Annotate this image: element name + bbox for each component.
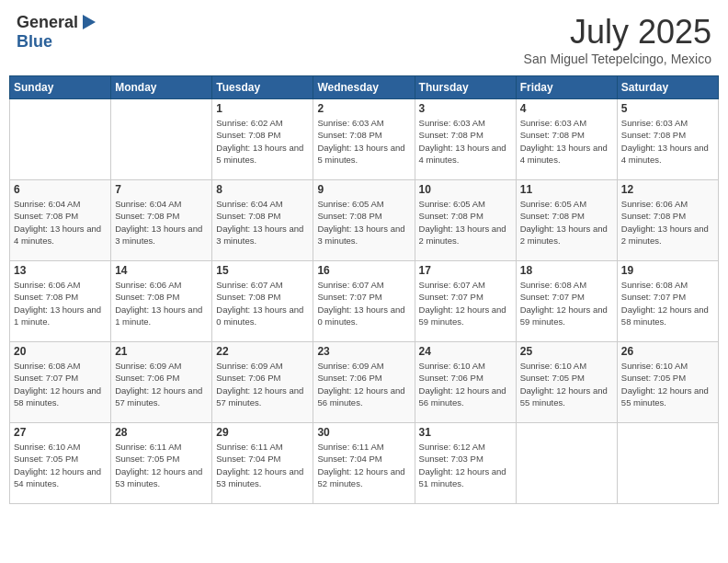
day-number: 23 <box>317 345 410 358</box>
calendar-cell: 23Sunrise: 6:09 AM Sunset: 7:06 PM Dayli… <box>313 342 415 423</box>
month-title: July 2025 <box>524 13 711 52</box>
calendar-cell: 1Sunrise: 6:02 AM Sunset: 7:08 PM Daylig… <box>212 99 313 180</box>
day-info: Sunrise: 6:09 AM Sunset: 7:06 PM Dayligh… <box>216 360 309 408</box>
calendar-cell: 15Sunrise: 6:07 AM Sunset: 7:08 PM Dayli… <box>212 261 313 342</box>
day-info: Sunrise: 6:04 AM Sunset: 7:08 PM Dayligh… <box>115 198 208 247</box>
calendar-cell: 9Sunrise: 6:05 AM Sunset: 7:08 PM Daylig… <box>313 180 415 261</box>
day-number: 12 <box>621 183 714 196</box>
day-info: Sunrise: 6:02 AM Sunset: 7:08 PM Dayligh… <box>216 117 309 166</box>
calendar-cell: 30Sunrise: 6:11 AM Sunset: 7:04 PM Dayli… <box>313 423 415 504</box>
day-of-week-header: Monday <box>111 76 212 99</box>
day-info: Sunrise: 6:03 AM Sunset: 7:08 PM Dayligh… <box>520 117 613 166</box>
day-info: Sunrise: 6:06 AM Sunset: 7:08 PM Dayligh… <box>115 279 208 327</box>
day-number: 9 <box>317 183 410 196</box>
calendar-cell: 27Sunrise: 6:10 AM Sunset: 7:05 PM Dayli… <box>10 423 111 504</box>
day-info: Sunrise: 6:04 AM Sunset: 7:08 PM Dayligh… <box>14 198 107 247</box>
day-number: 16 <box>317 264 410 277</box>
calendar-week-row: 1Sunrise: 6:02 AM Sunset: 7:08 PM Daylig… <box>10 99 719 180</box>
day-number: 1 <box>216 102 309 115</box>
day-info: Sunrise: 6:07 AM Sunset: 7:07 PM Dayligh… <box>419 279 512 327</box>
day-number: 31 <box>419 426 512 439</box>
day-number: 14 <box>115 264 208 277</box>
calendar-cell <box>617 423 718 504</box>
day-number: 19 <box>621 264 714 277</box>
day-info: Sunrise: 6:10 AM Sunset: 7:06 PM Dayligh… <box>419 360 512 408</box>
day-of-week-header: Saturday <box>617 76 718 99</box>
day-info: Sunrise: 6:08 AM Sunset: 7:07 PM Dayligh… <box>14 360 107 408</box>
day-number: 8 <box>216 183 309 196</box>
day-number: 3 <box>419 102 512 115</box>
day-number: 26 <box>621 345 714 358</box>
day-number: 18 <box>520 264 613 277</box>
calendar-cell <box>516 423 617 504</box>
calendar-cell: 12Sunrise: 6:06 AM Sunset: 7:08 PM Dayli… <box>617 180 718 261</box>
day-info: Sunrise: 6:03 AM Sunset: 7:08 PM Dayligh… <box>419 117 512 166</box>
calendar-cell: 24Sunrise: 6:10 AM Sunset: 7:06 PM Dayli… <box>415 342 516 423</box>
day-of-week-header: Friday <box>516 76 617 99</box>
calendar-cell: 3Sunrise: 6:03 AM Sunset: 7:08 PM Daylig… <box>415 99 516 180</box>
calendar-cell: 17Sunrise: 6:07 AM Sunset: 7:07 PM Dayli… <box>415 261 516 342</box>
day-info: Sunrise: 6:07 AM Sunset: 7:08 PM Dayligh… <box>216 279 309 327</box>
day-info: Sunrise: 6:12 AM Sunset: 7:03 PM Dayligh… <box>419 441 512 489</box>
logo-icon <box>79 13 97 31</box>
day-info: Sunrise: 6:05 AM Sunset: 7:08 PM Dayligh… <box>419 198 512 247</box>
calendar-cell: 6Sunrise: 6:04 AM Sunset: 7:08 PM Daylig… <box>10 180 111 261</box>
day-number: 24 <box>419 345 512 358</box>
day-number: 10 <box>419 183 512 196</box>
calendar-cell: 2Sunrise: 6:03 AM Sunset: 7:08 PM Daylig… <box>313 99 415 180</box>
calendar-cell: 11Sunrise: 6:05 AM Sunset: 7:08 PM Dayli… <box>516 180 617 261</box>
calendar-cell: 16Sunrise: 6:07 AM Sunset: 7:07 PM Dayli… <box>313 261 415 342</box>
day-number: 20 <box>14 345 107 358</box>
day-info: Sunrise: 6:08 AM Sunset: 7:07 PM Dayligh… <box>621 279 714 327</box>
day-number: 27 <box>14 426 107 439</box>
day-of-week-header: Wednesday <box>313 76 415 99</box>
day-number: 2 <box>317 102 410 115</box>
calendar-cell: 21Sunrise: 6:09 AM Sunset: 7:06 PM Dayli… <box>111 342 212 423</box>
day-of-week-header: Tuesday <box>212 76 313 99</box>
day-number: 21 <box>115 345 208 358</box>
day-info: Sunrise: 6:11 AM Sunset: 7:05 PM Dayligh… <box>115 441 208 489</box>
day-info: Sunrise: 6:08 AM Sunset: 7:07 PM Dayligh… <box>520 279 613 327</box>
day-info: Sunrise: 6:09 AM Sunset: 7:06 PM Dayligh… <box>115 360 208 408</box>
calendar-week-row: 20Sunrise: 6:08 AM Sunset: 7:07 PM Dayli… <box>10 342 719 423</box>
calendar-cell: 26Sunrise: 6:10 AM Sunset: 7:05 PM Dayli… <box>617 342 718 423</box>
location-title: San Miguel Tetepelcingo, Mexico <box>524 52 711 66</box>
day-number: 25 <box>520 345 613 358</box>
day-number: 17 <box>419 264 512 277</box>
calendar-cell: 8Sunrise: 6:04 AM Sunset: 7:08 PM Daylig… <box>212 180 313 261</box>
day-number: 22 <box>216 345 309 358</box>
calendar-cell: 5Sunrise: 6:03 AM Sunset: 7:08 PM Daylig… <box>617 99 718 180</box>
calendar-cell: 31Sunrise: 6:12 AM Sunset: 7:03 PM Dayli… <box>415 423 516 504</box>
calendar-cell: 25Sunrise: 6:10 AM Sunset: 7:05 PM Dayli… <box>516 342 617 423</box>
logo-general-text: General <box>17 13 78 32</box>
day-info: Sunrise: 6:10 AM Sunset: 7:05 PM Dayligh… <box>14 441 107 489</box>
calendar-table: SundayMondayTuesdayWednesdayThursdayFrid… <box>9 75 719 504</box>
day-of-week-header: Thursday <box>415 76 516 99</box>
day-info: Sunrise: 6:06 AM Sunset: 7:08 PM Dayligh… <box>14 279 107 327</box>
calendar-cell: 18Sunrise: 6:08 AM Sunset: 7:07 PM Dayli… <box>516 261 617 342</box>
logo-blue-text: Blue <box>17 32 52 52</box>
day-number: 15 <box>216 264 309 277</box>
calendar-cell: 10Sunrise: 6:05 AM Sunset: 7:08 PM Dayli… <box>415 180 516 261</box>
day-number: 30 <box>317 426 410 439</box>
calendar-week-row: 6Sunrise: 6:04 AM Sunset: 7:08 PM Daylig… <box>10 180 719 261</box>
calendar-cell: 20Sunrise: 6:08 AM Sunset: 7:07 PM Dayli… <box>10 342 111 423</box>
calendar-cell: 22Sunrise: 6:09 AM Sunset: 7:06 PM Dayli… <box>212 342 313 423</box>
calendar-cell: 7Sunrise: 6:04 AM Sunset: 7:08 PM Daylig… <box>111 180 212 261</box>
calendar-cell: 4Sunrise: 6:03 AM Sunset: 7:08 PM Daylig… <box>516 99 617 180</box>
calendar-week-row: 13Sunrise: 6:06 AM Sunset: 7:08 PM Dayli… <box>10 261 719 342</box>
day-info: Sunrise: 6:11 AM Sunset: 7:04 PM Dayligh… <box>216 441 309 489</box>
calendar-cell: 13Sunrise: 6:06 AM Sunset: 7:08 PM Dayli… <box>10 261 111 342</box>
day-of-week-header: Sunday <box>10 76 111 99</box>
day-number: 4 <box>520 102 613 115</box>
day-number: 11 <box>520 183 613 196</box>
calendar-week-row: 27Sunrise: 6:10 AM Sunset: 7:05 PM Dayli… <box>10 423 719 504</box>
calendar-cell: 14Sunrise: 6:06 AM Sunset: 7:08 PM Dayli… <box>111 261 212 342</box>
day-info: Sunrise: 6:10 AM Sunset: 7:05 PM Dayligh… <box>520 360 613 408</box>
svg-marker-0 <box>83 15 96 29</box>
calendar-cell <box>111 99 212 180</box>
day-info: Sunrise: 6:03 AM Sunset: 7:08 PM Dayligh… <box>317 117 410 166</box>
day-number: 29 <box>216 426 309 439</box>
calendar-cell: 29Sunrise: 6:11 AM Sunset: 7:04 PM Dayli… <box>212 423 313 504</box>
day-info: Sunrise: 6:10 AM Sunset: 7:05 PM Dayligh… <box>621 360 714 408</box>
